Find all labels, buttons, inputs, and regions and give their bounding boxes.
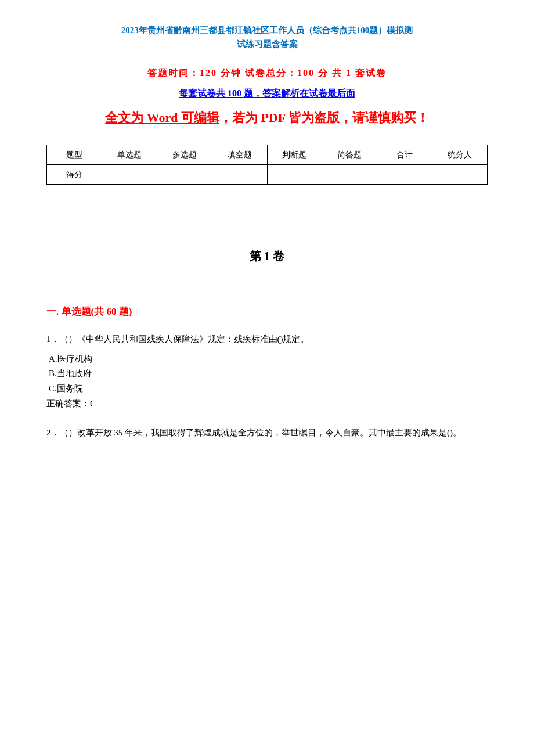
score-total — [377, 165, 432, 185]
row-score-label: 得分 — [47, 165, 102, 185]
score-single — [102, 165, 157, 185]
volume-title: 第 1 卷 — [46, 249, 488, 264]
title-line2: 试练习题含答案 — [46, 37, 488, 51]
question-2-text: 2．（）改革开放 35 年来，我国取得了辉煌成就是全方位的，举世瞩目，令人自豪。… — [46, 426, 488, 441]
title-line1: 2023年贵州省黔南州三都县都江镇社区工作人员（综合考点共100题）模拟测 — [46, 23, 488, 37]
question-1-option-a: A.医疗机构 — [49, 352, 488, 367]
col-short: 简答题 — [322, 145, 377, 165]
word-notice: 全文为 Word 可编辑，若为 PDF 皆为盗版，请谨慎购买！ — [46, 108, 488, 127]
score-multi — [157, 165, 212, 185]
col-fill: 填空题 — [212, 145, 267, 165]
question-1: 1．（）《中华人民共和国残疾人保障法》规定：残疾标准由()规定。 A.医疗机构 … — [46, 332, 488, 409]
section-title: 一. 单选题(共 60 题) — [46, 305, 488, 318]
score-judge — [267, 165, 322, 185]
col-total: 合计 — [377, 145, 432, 165]
word-editable-label: 全文为 Word 可编辑 — [105, 110, 219, 125]
score-table: 题型 单选题 多选题 填空题 判断题 简答题 合计 统分人 得分 — [46, 145, 488, 185]
col-judge: 判断题 — [267, 145, 322, 165]
question-1-text: 1．（）《中华人民共和国残疾人保障法》规定：残疾标准由()规定。 — [46, 332, 488, 347]
score-table-value-row: 得分 — [47, 165, 488, 185]
question-2: 2．（）改革开放 35 年来，我国取得了辉煌成就是全方位的，举世瞩目，令人自豪。… — [46, 426, 488, 441]
col-multi: 多选题 — [157, 145, 212, 165]
col-type: 题型 — [47, 145, 102, 165]
col-single: 单选题 — [102, 145, 157, 165]
score-fill — [212, 165, 267, 185]
question-1-option-c: C.国务院 — [49, 381, 488, 397]
page-title: 2023年贵州省黔南州三都县都江镇社区工作人员（综合考点共100题）模拟测 试练… — [46, 23, 488, 51]
exam-subtitle: 每套试卷共 100 题，答案解析在试卷最后面 — [46, 88, 488, 100]
question-1-option-b: B.当地政府 — [49, 366, 488, 381]
question-1-answer: 正确答案：C — [46, 398, 488, 409]
exam-info: 答题时间：120 分钟 试卷总分：100 分 共 1 套试卷 — [46, 67, 488, 80]
word-notice-rest: ，若为 PDF 皆为盗版，请谨慎购买！ — [219, 110, 429, 125]
score-short — [322, 165, 377, 185]
col-scorer: 统分人 — [432, 145, 488, 165]
score-scorer — [432, 165, 488, 185]
score-table-header-row: 题型 单选题 多选题 填空题 判断题 简答题 合计 统分人 — [47, 145, 488, 165]
